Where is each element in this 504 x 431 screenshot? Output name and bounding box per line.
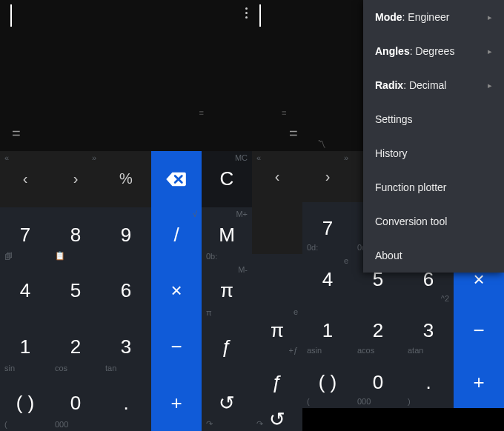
menu-item[interactable]: Radix: Decimal▸ — [363, 68, 504, 102]
parens-b[interactable]: ( )( — [302, 357, 353, 408]
cursor — [10, 4, 12, 27]
parens[interactable]: ( )( — [0, 375, 50, 431]
digit-4[interactable]: 4 — [0, 263, 50, 319]
r-left[interactable]: ‹« — [252, 151, 302, 202]
obscured — [252, 202, 302, 253]
left-pane: ≡ = ‹«›»%CMC7🗐8📋9/√MM+0b:456×πM-π1sin2co… — [0, 0, 252, 431]
percent[interactable]: % — [101, 151, 151, 207]
overflow-menu: Mode: Engineer▸Angles: Degrees▸Radix: De… — [363, 0, 504, 273]
graph-icon: 〽 — [317, 139, 326, 150]
digit-4b[interactable]: 4e — [302, 254, 353, 305]
history[interactable]: ↺↷ — [202, 375, 252, 431]
digit-9[interactable]: 9 — [101, 207, 151, 264]
digit-7b[interactable]: 70d: — [302, 202, 353, 253]
digit-5[interactable]: 5 — [50, 263, 101, 319]
menu-item[interactable]: History — [363, 136, 504, 170]
overflow-menu-icon[interactable] — [245, 7, 248, 19]
cursor — [259, 4, 261, 27]
digit-8[interactable]: 8📋 — [50, 207, 101, 264]
r-hist[interactable]: ↺↷ — [252, 408, 302, 431]
left-keypad: ‹«›»%CMC7🗐8📋9/√MM+0b:456×πM-π1sin2cos3ta… — [0, 151, 252, 431]
divide[interactable]: /√ — [151, 207, 202, 264]
chevron-right-icon: ▸ — [488, 47, 492, 56]
right-arrow[interactable]: ›» — [50, 151, 101, 207]
menu-item[interactable]: Function plotter — [363, 170, 504, 204]
menu-item[interactable]: Angles: Degrees▸ — [363, 34, 504, 68]
digit-1b[interactable]: 1asin — [302, 305, 353, 356]
history-icon: ↺ — [269, 408, 285, 431]
r-3[interactable]: 3atan — [403, 305, 454, 356]
left-display[interactable]: ≡ = — [0, 0, 252, 151]
backspace-icon — [165, 171, 188, 187]
memory[interactable]: MM+0b: — [202, 207, 252, 264]
history-icon: ↺ — [219, 392, 235, 415]
pi[interactable]: πM-π — [202, 263, 252, 319]
chevron-right-icon: ▸ — [488, 81, 492, 90]
approx-icon: ≡ — [282, 108, 286, 117]
multiply[interactable]: × — [151, 263, 202, 319]
menu-item[interactable]: Settings — [363, 102, 504, 136]
minus[interactable]: − — [151, 319, 202, 375]
app-root: ≡ = ‹«›»%CMC7🗐8📋9/√MM+0b:456×πM-π1sin2co… — [0, 0, 504, 431]
r-2[interactable]: 2acos — [353, 305, 403, 356]
clear[interactable]: CMC — [202, 151, 252, 207]
menu-item[interactable]: About — [363, 238, 504, 273]
r-min[interactable]: − — [454, 305, 504, 356]
digit-2[interactable]: 2cos — [50, 319, 101, 375]
r-fn[interactable]: ƒ — [252, 357, 302, 408]
approx-icon: ≡ — [199, 108, 204, 117]
r-plus[interactable]: + — [454, 357, 504, 408]
dot[interactable]: . — [101, 375, 151, 431]
backspace[interactable] — [151, 151, 202, 207]
digit-3[interactable]: 3tan — [101, 319, 151, 375]
digit-6[interactable]: 6 — [101, 263, 151, 319]
menu-item[interactable]: Conversion tool — [363, 204, 504, 238]
r-right[interactable]: ›» — [302, 151, 353, 202]
digit-7[interactable]: 7🗐 — [0, 207, 50, 264]
r-pi[interactable]: πe+ƒ — [252, 305, 302, 356]
left-arrow[interactable]: ‹« — [0, 151, 50, 207]
digit-1[interactable]: 1sin — [0, 319, 50, 375]
plus[interactable]: + — [151, 375, 202, 431]
obscured — [252, 254, 302, 305]
r-dot[interactable]: .) — [403, 357, 454, 408]
r-0[interactable]: 0000 — [353, 357, 403, 408]
menu-item[interactable]: Mode: Engineer▸ — [363, 0, 504, 34]
equals-label: = — [289, 125, 298, 142]
digit-0[interactable]: 0000 — [50, 375, 101, 431]
chevron-right-icon: ▸ — [488, 13, 492, 22]
function[interactable]: ƒ — [202, 319, 252, 375]
equals-label: = — [12, 125, 21, 142]
